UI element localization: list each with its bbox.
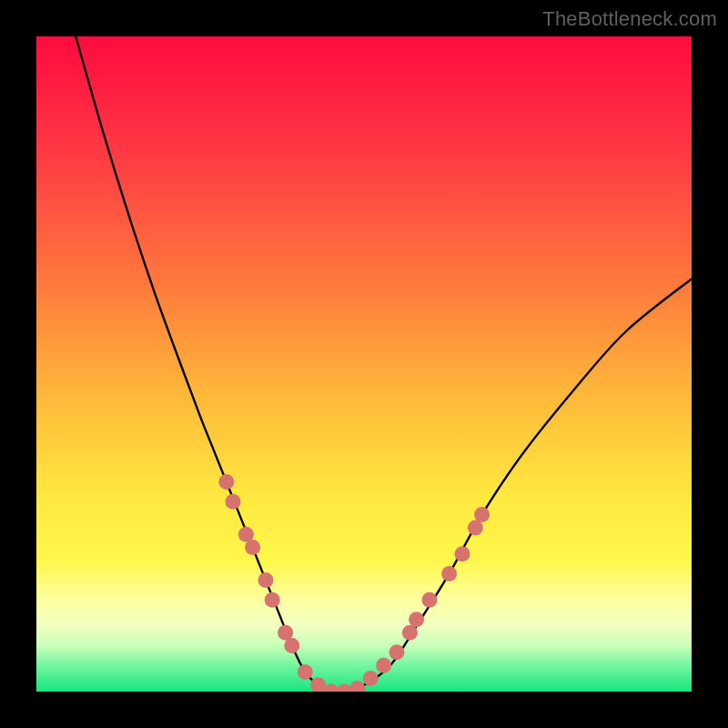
marker-dot [409,612,424,627]
marker-dot [278,625,293,641]
watermark-text: TheBottleneck.com [542,7,717,31]
marker-dot [284,638,299,653]
plot-area [36,36,692,692]
marker-dot [389,644,405,660]
marker-dot [376,658,391,673]
marker-dot [474,507,490,522]
marker-dot [226,494,241,510]
marker-dot [422,592,438,608]
marker-dot [363,671,379,686]
chart-frame: TheBottleneck.com [0,0,728,728]
bottleneck-curve [76,36,692,692]
marker-dot [265,592,280,608]
marker-dot [441,566,457,581]
marker-dot [455,546,470,561]
marker-dot [402,625,418,641]
marker-dot [349,681,365,692]
highlight-dots [218,474,490,692]
marker-dot [468,521,483,536]
marker-dot [245,540,260,555]
marker-dot [258,572,274,588]
marker-dot [238,527,254,542]
marker-dot [298,664,313,680]
marker-dot [218,474,234,490]
curve-layer [36,36,692,692]
